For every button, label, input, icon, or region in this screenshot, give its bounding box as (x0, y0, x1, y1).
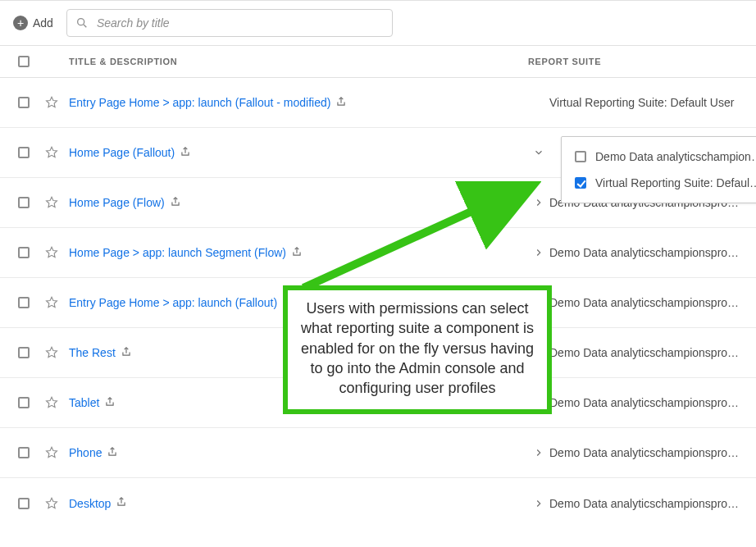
row-checkbox[interactable] (18, 347, 30, 358)
row-checkbox[interactable] (18, 447, 30, 458)
star-button[interactable] (44, 445, 69, 460)
add-label: Add (33, 16, 53, 30)
share-icon[interactable] (170, 196, 181, 210)
title-link[interactable]: Tablet (69, 396, 99, 409)
share-icon[interactable] (116, 496, 127, 510)
annotation-text: Users with permissions can select what r… (301, 300, 534, 396)
toolbar: + Add (0, 1, 756, 45)
report-suite-cell: Demo Data analyticschampionsprogram (549, 296, 741, 309)
report-suite-cell: Virtual Reporting Suite: Default User (549, 96, 741, 109)
report-suite-cell: Demo Data analyticschampionsprogram (549, 497, 741, 510)
svg-line-1 (84, 25, 86, 27)
row-checkbox[interactable] (18, 397, 30, 408)
share-icon[interactable] (335, 96, 347, 110)
annotation-box: Users with permissions can select what r… (283, 285, 552, 414)
row-checkbox[interactable] (18, 498, 30, 509)
row-checkbox[interactable] (18, 247, 30, 258)
expand-caret[interactable] (528, 247, 549, 258)
row-checkbox[interactable] (18, 147, 30, 158)
report-suite-cell: Demo Data analyticschampionsprogram (549, 346, 741, 359)
title-link[interactable]: Desktop (69, 497, 111, 510)
title-link[interactable]: Entry Page Home > app: launch (Fallout -… (69, 96, 330, 109)
title-link[interactable]: Entry Page Home > app: launch (Fallout) (69, 296, 277, 309)
title-link[interactable]: Home Page (Flow) (69, 196, 165, 209)
star-button[interactable] (44, 245, 69, 260)
search-icon (75, 16, 89, 30)
share-icon[interactable] (180, 146, 191, 160)
expand-caret[interactable] (528, 447, 549, 458)
expand-caret[interactable] (528, 197, 549, 208)
popup-checkbox[interactable] (575, 151, 586, 162)
share-icon[interactable] (107, 446, 118, 460)
star-button[interactable] (44, 345, 69, 360)
header-report-suite[interactable]: REPORT SUITE (528, 57, 741, 66)
popup-option-label: Virtual Reporting Suite: Default User (595, 176, 756, 189)
title-link[interactable]: The Rest (69, 346, 116, 359)
table-row: Home Page > app: launch Segment (Flow)De… (0, 228, 756, 278)
star-button[interactable] (44, 395, 69, 410)
row-checkbox[interactable] (18, 297, 30, 308)
star-button[interactable] (44, 295, 69, 310)
svg-point-0 (78, 19, 84, 25)
select-all-checkbox[interactable] (18, 56, 30, 67)
popup-checkbox[interactable] (575, 177, 586, 189)
row-checkbox[interactable] (18, 197, 30, 208)
share-icon[interactable] (121, 346, 132, 360)
table-row: Entry Page Home > app: launch (Fallout -… (0, 78, 756, 128)
report-suite-cell: Demo Data analyticschampionsprogram (549, 446, 741, 459)
popup-option[interactable]: Demo Data analyticschampionsprogr (565, 144, 756, 170)
table-row: PhoneDemo Data analyticschampionsprogram (0, 428, 756, 478)
share-icon[interactable] (291, 246, 303, 260)
report-suite-popup: Demo Data analyticschampionsprogrVirtual… (561, 136, 756, 203)
table-row: DesktopDemo Data analyticschampionsprogr… (0, 478, 756, 528)
title-link[interactable]: Home Page (Fallout) (69, 146, 175, 159)
share-icon[interactable] (104, 396, 116, 410)
expand-caret[interactable] (528, 147, 549, 158)
search-input[interactable] (95, 16, 384, 30)
search-field[interactable] (66, 9, 393, 37)
popup-option[interactable]: Virtual Reporting Suite: Default User (565, 170, 756, 196)
report-suite-cell: Demo Data analyticschampionsprogram (549, 246, 741, 259)
star-button[interactable] (44, 195, 69, 210)
header-title[interactable]: TITLE & DESCRIPTION (69, 57, 528, 66)
star-button[interactable] (44, 496, 69, 511)
star-button[interactable] (44, 145, 69, 160)
plus-icon: + (13, 16, 28, 30)
title-link[interactable]: Home Page > app: launch Segment (Flow) (69, 246, 286, 259)
expand-caret[interactable] (528, 498, 549, 509)
title-link[interactable]: Phone (69, 446, 102, 459)
star-button[interactable] (44, 95, 69, 110)
row-checkbox[interactable] (18, 97, 30, 108)
report-suite-cell: Demo Data analyticschampionsprogram (549, 396, 741, 409)
table-header: TITLE & DESCRIPTION REPORT SUITE (0, 45, 756, 78)
add-button[interactable]: + Add (10, 14, 57, 32)
popup-option-label: Demo Data analyticschampionsprogr (595, 150, 756, 163)
